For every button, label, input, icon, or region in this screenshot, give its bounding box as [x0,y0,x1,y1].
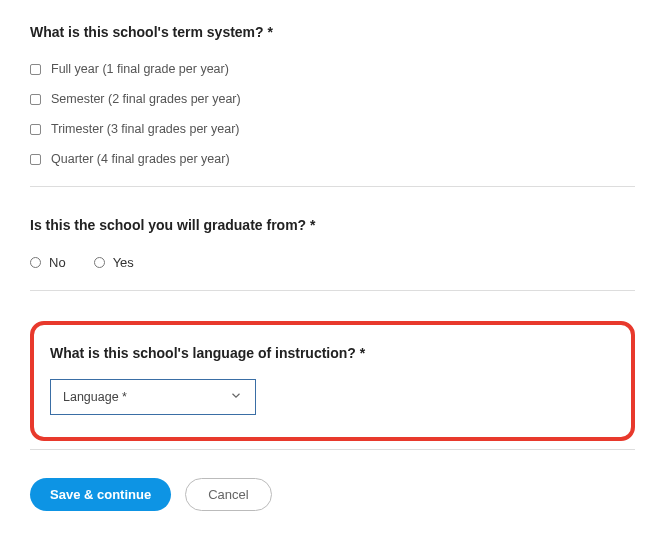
divider [30,449,635,450]
radio-no[interactable]: No [30,255,66,270]
term-system-question: What is this school's term system? * [30,24,635,40]
divider [30,290,635,291]
option-quarter[interactable]: Quarter (4 final grades per year) [30,152,635,166]
checkbox-icon [30,124,41,135]
language-question: What is this school's language of instru… [50,345,615,361]
option-label: Trimester (3 final grades per year) [51,122,240,136]
button-row: Save & continue Cancel [30,478,635,511]
radio-icon [30,257,41,268]
chevron-down-icon [229,389,243,406]
option-label: Semester (2 final grades per year) [51,92,241,106]
graduate-options: No Yes [30,255,635,270]
radio-icon [94,257,105,268]
checkbox-icon [30,94,41,105]
radio-label: No [49,255,66,270]
option-trimester[interactable]: Trimester (3 final grades per year) [30,122,635,136]
select-placeholder: Language * [63,390,127,404]
save-continue-button[interactable]: Save & continue [30,478,171,511]
option-label: Full year (1 final grade per year) [51,62,229,76]
term-system-options: Full year (1 final grade per year) Semes… [30,62,635,166]
cancel-button[interactable]: Cancel [185,478,271,511]
checkbox-icon [30,64,41,75]
radio-label: Yes [113,255,134,270]
option-full-year[interactable]: Full year (1 final grade per year) [30,62,635,76]
option-semester[interactable]: Semester (2 final grades per year) [30,92,635,106]
divider [30,186,635,187]
checkbox-icon [30,154,41,165]
language-select[interactable]: Language * [50,379,256,415]
radio-yes[interactable]: Yes [94,255,134,270]
language-highlight-box: What is this school's language of instru… [30,321,635,441]
graduate-question: Is this the school you will graduate fro… [30,217,635,233]
option-label: Quarter (4 final grades per year) [51,152,230,166]
